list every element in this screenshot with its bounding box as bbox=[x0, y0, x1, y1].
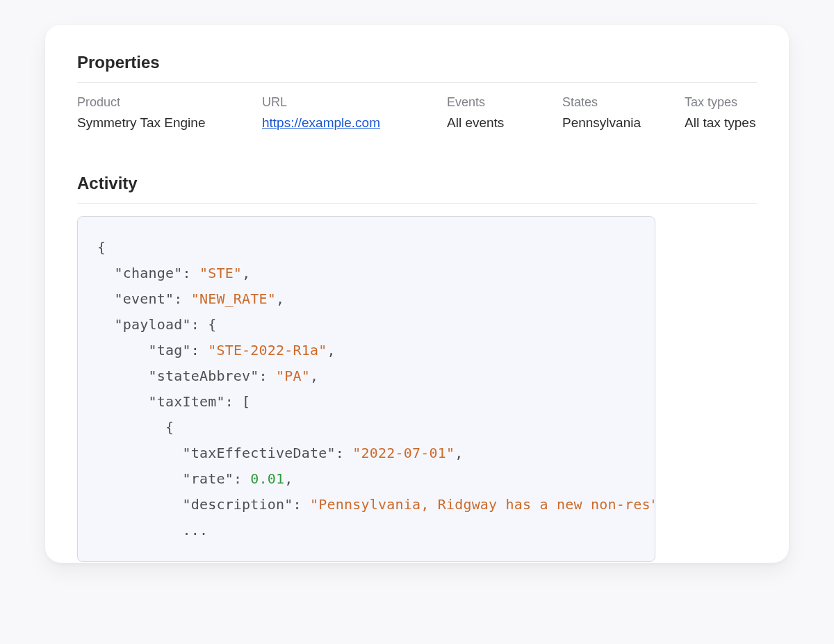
activity-json-code: { "change": "STE", "event": "NEW_RATE", … bbox=[77, 216, 655, 562]
divider bbox=[77, 203, 757, 204]
property-events: Events All events bbox=[447, 95, 558, 131]
property-value: Symmetry Tax Engine bbox=[77, 115, 258, 131]
property-value: Pennsylvania bbox=[562, 115, 680, 131]
property-url: URL https://example.com bbox=[262, 95, 443, 131]
property-label: Events bbox=[447, 95, 558, 110]
property-url-link[interactable]: https://example.com bbox=[262, 115, 380, 130]
property-label: States bbox=[562, 95, 680, 110]
properties-grid: Product Symmetry Tax Engine URL https://… bbox=[77, 95, 757, 131]
property-product: Product Symmetry Tax Engine bbox=[77, 95, 258, 131]
property-label: Product bbox=[77, 95, 258, 110]
property-value: All events bbox=[447, 115, 558, 131]
properties-activity-card: Properties Product Symmetry Tax Engine U… bbox=[45, 25, 789, 563]
property-value: All tax types bbox=[685, 115, 789, 131]
property-label: URL bbox=[262, 95, 443, 110]
property-label: Tax types bbox=[685, 95, 789, 110]
property-states: States Pennsylvania bbox=[562, 95, 680, 131]
activity-heading: Activity bbox=[77, 174, 757, 193]
properties-heading: Properties bbox=[77, 53, 757, 72]
divider bbox=[77, 82, 757, 83]
property-tax-types: Tax types All tax types bbox=[685, 95, 789, 131]
